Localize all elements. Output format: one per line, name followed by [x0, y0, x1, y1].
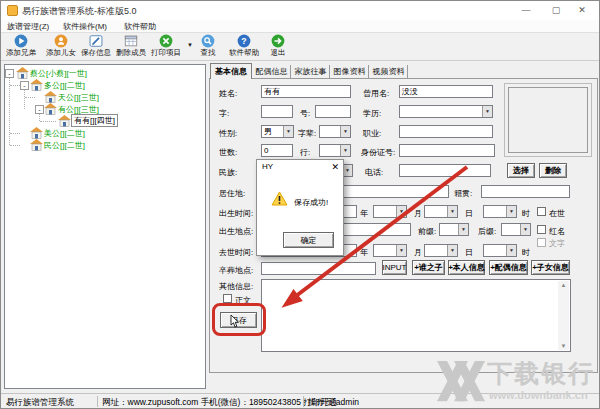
- occupation-input[interactable]: [399, 125, 493, 138]
- birth-place-label: 出生地点:: [219, 226, 253, 237]
- scroll-down-icon[interactable]: ▼: [559, 343, 568, 349]
- maximize-button[interactable]: ▢: [545, 1, 567, 20]
- tree-item-gen2-c[interactable]: 民公[][二世]: [44, 140, 85, 151]
- chevron-down-icon[interactable]: ▼: [447, 245, 457, 256]
- find-button[interactable]: 查找: [195, 34, 221, 61]
- scrollbar[interactable]: ▲ ▼: [558, 281, 569, 350]
- birth-hour-select[interactable]: ▼: [483, 205, 517, 218]
- tab-spouse-info[interactable]: 配偶信息: [253, 65, 291, 78]
- dialog-close-icon[interactable]: ✕: [331, 162, 339, 172]
- generation-name-select[interactable]: ▼: [319, 125, 351, 138]
- death-hour-select[interactable]: ▼: [483, 244, 517, 257]
- gender-select[interactable]: 男▼: [261, 125, 294, 138]
- sibling-rank-label: 行:: [300, 147, 310, 158]
- former-name-input[interactable]: 没没: [399, 85, 493, 98]
- chevron-down-icon[interactable]: ▼: [482, 106, 492, 117]
- birth-day-select[interactable]: ▼: [424, 205, 458, 218]
- generation-no-input[interactable]: 0: [261, 144, 293, 157]
- chevron-down-icon[interactable]: ▼: [458, 224, 468, 235]
- toolbar-label: 打印项目: [151, 48, 181, 58]
- text-checkbox[interactable]: [537, 238, 546, 247]
- other-info-textarea[interactable]: ▲ ▼: [261, 279, 571, 352]
- red-name-label: 红名: [549, 226, 565, 237]
- tree-expand-toggle[interactable]: -: [5, 69, 14, 78]
- add-brother-button[interactable]: 添加兄弟: [2, 34, 40, 61]
- body-text-checkbox[interactable]: [223, 294, 232, 303]
- tab-image-materials[interactable]: 图像资料: [331, 65, 369, 78]
- children-info-button[interactable]: +子女信息: [531, 260, 570, 275]
- self-info-button[interactable]: +本人信息: [448, 260, 485, 275]
- whose-son-button[interactable]: +谁之子: [412, 260, 445, 275]
- dialog-title: HY: [262, 162, 273, 171]
- birth-month-select[interactable]: ▼: [373, 205, 407, 218]
- dialog-ok-button[interactable]: 确定: [283, 232, 334, 248]
- add-child-icon: [54, 34, 68, 48]
- save-info-button[interactable]: 保存信息: [77, 34, 115, 61]
- death-month-select[interactable]: ▼: [373, 244, 407, 257]
- delete-member-button[interactable]: 删除成员: [112, 34, 150, 61]
- tree-item-selected[interactable]: 有有[][四世]: [71, 114, 118, 127]
- alive-checkbox[interactable]: [537, 207, 546, 216]
- courtesy-input[interactable]: [261, 105, 293, 118]
- chevron-down-icon[interactable]: ▼: [283, 126, 293, 137]
- spouse-info-button[interactable]: +配偶信息: [489, 260, 528, 275]
- delete-member-icon: [124, 34, 138, 48]
- id-number-input[interactable]: [399, 144, 495, 157]
- courtesy-label: 字:: [219, 108, 229, 119]
- chevron-down-icon[interactable]: ▼: [506, 206, 516, 217]
- menu-item-help[interactable]: 软件帮助: [124, 21, 156, 32]
- print-project-icon: [159, 34, 173, 48]
- death-day-select[interactable]: ▼: [424, 244, 458, 257]
- tree-item-gen2-b[interactable]: 美公[][二世]: [44, 128, 85, 139]
- menu-item-genealogy[interactable]: 族谱管理(Z): [7, 21, 49, 32]
- tree-item-gen2-a[interactable]: 多公[][二世]: [44, 80, 85, 91]
- app-window: 易行族谱管理系统-标准版5.0 — ▢ ✕ 族谱管理(Z) 软件操作(M) 软件…: [0, 0, 600, 409]
- house-icon: [30, 127, 43, 139]
- software-help-button[interactable]: ? 软件帮助: [225, 34, 263, 61]
- tree-item-gen3-a[interactable]: 天公[][三世]: [58, 92, 99, 103]
- house-icon: [44, 91, 57, 103]
- suffix-select[interactable]: ▼: [501, 223, 531, 236]
- tree-expand-toggle[interactable]: -: [20, 81, 29, 90]
- photo-choose-button[interactable]: 选择: [507, 163, 535, 178]
- chevron-down-icon[interactable]: ▼: [340, 126, 350, 137]
- photo-frame: [504, 83, 592, 157]
- tab-basic-info[interactable]: 基本信息: [210, 63, 252, 79]
- chevron-down-icon[interactable]: ▼: [447, 206, 457, 217]
- hour-unit-label: 时: [522, 208, 530, 219]
- svg-text:?: ?: [241, 36, 246, 46]
- scroll-up-icon[interactable]: ▲: [559, 282, 568, 288]
- chevron-down-icon[interactable]: ▼: [396, 206, 406, 217]
- phone-input[interactable]: [399, 164, 491, 177]
- chevron-down-icon[interactable]: ▼: [396, 245, 406, 256]
- tree-item-gen1[interactable]: 蔡公[小蔡][一世]: [30, 68, 87, 79]
- print-dropdown-caret[interactable]: ▼: [187, 42, 193, 48]
- alias-input[interactable]: [315, 105, 351, 118]
- close-button[interactable]: ✕: [571, 1, 593, 20]
- name-input[interactable]: 有有: [261, 85, 351, 98]
- exit-button[interactable]: 退出: [265, 34, 291, 61]
- native-place-input[interactable]: [481, 185, 570, 198]
- sibling-rank-select[interactable]: ▼: [319, 144, 351, 157]
- print-project-button[interactable]: 打印项目: [147, 34, 185, 61]
- chevron-down-icon[interactable]: ▼: [506, 245, 516, 256]
- add-child-button[interactable]: 添加儿女: [42, 34, 80, 61]
- photo-delete-button[interactable]: 删除: [539, 163, 567, 178]
- chevron-down-icon[interactable]: ▼: [340, 145, 350, 156]
- input-button[interactable]: INPUT: [382, 260, 407, 275]
- chevron-down-icon[interactable]: ▼: [520, 224, 530, 235]
- red-name-checkbox[interactable]: [537, 225, 546, 234]
- find-icon: [201, 34, 215, 48]
- ethnicity-label: 民族:: [219, 167, 237, 178]
- burial-place-input[interactable]: [261, 262, 376, 275]
- toolbar-label: 添加儿女: [46, 48, 76, 58]
- minimize-button[interactable]: —: [515, 1, 537, 20]
- menu-item-operations[interactable]: 软件操作(M): [63, 21, 107, 32]
- education-select[interactable]: ▼: [399, 105, 493, 118]
- save-success-dialog: HY ✕ 保存成功! 确定: [256, 159, 344, 256]
- prefix-select[interactable]: ▼: [439, 223, 469, 236]
- status-operator: 操作员:admin: [308, 397, 359, 409]
- tree-expand-toggle[interactable]: -: [35, 105, 44, 114]
- tab-family-stories[interactable]: 家族往事: [292, 65, 330, 78]
- tab-video-materials[interactable]: 视频资料: [370, 65, 408, 78]
